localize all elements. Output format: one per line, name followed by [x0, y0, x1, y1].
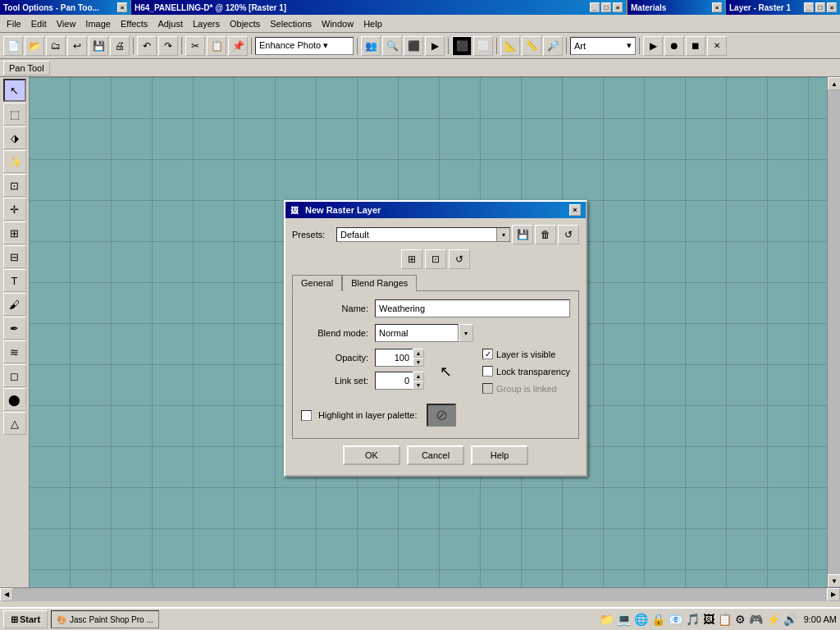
- scroll-right-btn[interactable]: ▶: [827, 588, 840, 601]
- ok-button[interactable]: OK: [343, 445, 400, 465]
- undo-btn[interactable]: ↶: [137, 36, 157, 56]
- perspective-tool[interactable]: ⊟: [3, 245, 26, 268]
- save-preset-btn[interactable]: 💾: [512, 225, 533, 244]
- name-input[interactable]: [375, 299, 570, 317]
- menu-file[interactable]: File: [2, 17, 26, 30]
- horizontal-scrollbar[interactable]: ◀ ▶: [0, 587, 840, 600]
- browse-btn[interactable]: 🗂: [46, 36, 66, 56]
- menu-help[interactable]: Help: [358, 17, 387, 30]
- cancel-button[interactable]: Cancel: [407, 445, 464, 465]
- tool-btn3[interactable]: ⬛: [404, 36, 423, 56]
- scroll-down-btn[interactable]: ▼: [828, 574, 840, 587]
- app-maximize[interactable]: □: [601, 2, 611, 12]
- tool-btn4[interactable]: ▶: [425, 36, 445, 56]
- app-close[interactable]: ×: [613, 2, 623, 12]
- group-linked-checkbox[interactable]: [482, 383, 493, 394]
- freehand-tool[interactable]: ⬚: [3, 103, 26, 126]
- link-set-spinbox[interactable]: ▲ ▼: [375, 372, 424, 390]
- presets-select[interactable]: Default ▾: [336, 227, 510, 242]
- paste-new-btn[interactable]: ⊡: [425, 249, 446, 269]
- dialog-close-btn[interactable]: ×: [569, 204, 581, 216]
- art-style-dropdown[interactable]: Art ▾: [570, 37, 636, 55]
- color-btn1[interactable]: ⬛: [452, 36, 472, 56]
- scroll-left-btn[interactable]: ◀: [0, 588, 13, 601]
- text-tool[interactable]: T: [3, 269, 26, 292]
- app-minimize[interactable]: _: [590, 2, 600, 12]
- refresh-btn[interactable]: ↺: [558, 225, 579, 244]
- menu-view[interactable]: View: [52, 17, 81, 30]
- help-button[interactable]: Help: [471, 445, 528, 465]
- enhance-photo-dropdown[interactable]: Enhance Photo ▾: [255, 37, 354, 55]
- link-set-up[interactable]: ▲: [413, 372, 424, 381]
- new-btn[interactable]: 📄: [3, 36, 23, 56]
- blend-mode-select[interactable]: Normal ▾: [375, 324, 473, 342]
- link-set-input[interactable]: [375, 372, 413, 390]
- vertical-scrollbar[interactable]: ▲ ▼: [827, 77, 840, 587]
- opacity-input[interactable]: [375, 349, 413, 367]
- color-btn2[interactable]: ⬜: [473, 36, 493, 56]
- move-tool[interactable]: ✛: [3, 198, 26, 221]
- paste-btn[interactable]: 📌: [228, 36, 248, 56]
- shape-tool[interactable]: △: [3, 412, 26, 435]
- lasso-tool[interactable]: ⬗: [3, 126, 26, 149]
- stop-btn[interactable]: ⏹: [686, 36, 705, 56]
- menu-edit[interactable]: Edit: [26, 17, 52, 30]
- print-btn[interactable]: 🖨: [110, 36, 130, 56]
- presets-dropdown-arrow[interactable]: ▾: [496, 228, 509, 241]
- layer-minimize[interactable]: _: [804, 2, 814, 12]
- save-btn[interactable]: 💾: [89, 36, 108, 56]
- opacity-down[interactable]: ▼: [413, 358, 424, 367]
- menu-image[interactable]: Image: [80, 17, 116, 30]
- select-tool[interactable]: ↖: [3, 79, 26, 102]
- menu-selections[interactable]: Selections: [265, 17, 317, 30]
- tab-general[interactable]: General: [292, 275, 342, 291]
- redo-btn[interactable]: ↷: [158, 36, 178, 56]
- straighten-tool[interactable]: ⊞: [3, 221, 26, 244]
- paint-tool[interactable]: 🖌: [3, 293, 26, 316]
- highlight-checkbox[interactable]: [301, 410, 312, 421]
- scroll-up-btn[interactable]: ▲: [828, 77, 840, 90]
- snap-btn[interactable]: 📐: [500, 36, 520, 56]
- play-btn[interactable]: ▶: [643, 36, 663, 56]
- tool-options-close[interactable]: ×: [117, 2, 127, 12]
- open-btn[interactable]: 📂: [25, 36, 44, 56]
- layer-visible-checkbox[interactable]: ✓: [482, 349, 493, 359]
- layer-maximize[interactable]: □: [815, 2, 825, 12]
- menu-adjust[interactable]: Adjust: [153, 17, 188, 30]
- fill-tool[interactable]: ⬤: [3, 388, 26, 411]
- clone-tool[interactable]: ✒: [3, 317, 26, 340]
- link-set-down[interactable]: ▼: [413, 381, 424, 390]
- erase-tool[interactable]: ◻: [3, 364, 26, 387]
- crop-tool[interactable]: ⊡: [3, 174, 26, 197]
- script-btn[interactable]: ⏺: [664, 36, 684, 56]
- smudge-tool[interactable]: ≋: [3, 340, 26, 363]
- lock-transparency-checkbox[interactable]: [482, 366, 493, 377]
- blend-mode-arrow[interactable]: ▾: [459, 324, 473, 342]
- menu-window[interactable]: Window: [317, 17, 358, 30]
- materials-close[interactable]: ×: [712, 2, 722, 12]
- cut-btn[interactable]: ✂: [185, 36, 205, 56]
- copy-btn[interactable]: 📋: [207, 36, 226, 56]
- magic-wand[interactable]: ✨: [3, 150, 26, 173]
- undo-dialog-btn[interactable]: ↺: [449, 249, 470, 269]
- canvas-container[interactable]: 🖼 New Raster Layer × Presets: Default ▾ …: [30, 77, 827, 587]
- tool-btn2[interactable]: 🔍: [382, 36, 402, 56]
- menu-objects[interactable]: Objects: [225, 17, 265, 30]
- menu-effects[interactable]: Effects: [116, 17, 153, 30]
- opacity-up[interactable]: ▲: [413, 349, 424, 358]
- opacity-spinbox[interactable]: ▲ ▼: [375, 349, 424, 367]
- scroll-track-h[interactable]: [13, 588, 827, 601]
- scroll-track-v[interactable]: [828, 90, 840, 574]
- close-img-btn[interactable]: ✕: [707, 36, 727, 56]
- color-swatch[interactable]: ⊘: [427, 404, 456, 427]
- jasc-taskbar-item[interactable]: 🎨 Jasc Paint Shop Pro ...: [51, 610, 159, 628]
- start-button[interactable]: ⊞ Start: [3, 610, 48, 628]
- layer-close[interactable]: ×: [827, 2, 837, 12]
- import-btn[interactable]: ↩: [67, 36, 87, 56]
- menu-layers[interactable]: Layers: [188, 17, 225, 30]
- zoom-btn[interactable]: 🔎: [543, 36, 563, 56]
- ruler-btn[interactable]: 📏: [522, 36, 541, 56]
- delete-preset-btn[interactable]: 🗑: [535, 225, 556, 244]
- tab-blend-ranges[interactable]: Blend Ranges: [342, 275, 417, 291]
- copy-merged-btn[interactable]: ⊞: [401, 249, 422, 269]
